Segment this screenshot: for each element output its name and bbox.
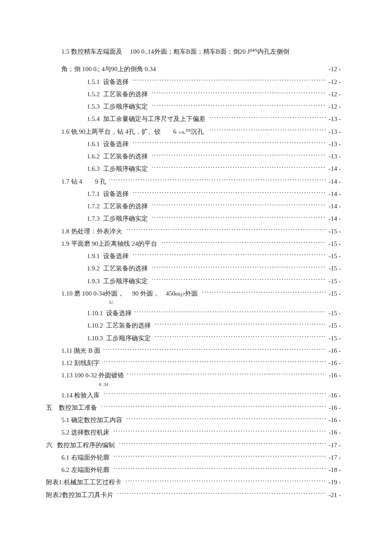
dot-leader [117,491,326,497]
dot-leader [101,403,326,410]
page-ref: -16 - [326,415,341,425]
toc-label: 1.7.3 工步顺序确实定 [87,214,152,224]
toc-entry: 1.7.3 工步顺序确实定 -14 - [46,214,341,224]
toc-entry: 1.9.1 设备选择 -15 - [46,251,341,261]
page-ref: -13 - [326,139,341,149]
toc-row: 1.6.2 工艺装备的选择 -13 - [46,152,341,161]
toc-row: 1.5.4 加工余量确定与工序尺寸及上下偏差 -13 - [46,114,341,124]
dot-leader [109,177,326,184]
dot-leader [152,102,326,109]
dot-leader [134,309,326,315]
toc-label: 5.1 确定数控加工内容 [61,415,126,425]
page-ref: -15 - [326,334,341,343]
page-ref: -16 - [326,403,341,413]
toc-row: 1.7.3 工步顺序确实定 -14 - [46,214,341,224]
toc-label: 1.6.1 设备选择 [87,139,133,149]
dot-leader [133,190,326,196]
page-ref: -16 - [326,346,341,356]
toc-label: 6.1 右端面外轮廓 [61,453,113,463]
toc-row: 1.7.1 设备选择 -14 - [46,189,341,199]
toc-row: 1.6.1 设备选择 -13 - [46,139,341,149]
page-ref: -14 - [326,189,341,199]
dot-leader [113,466,326,472]
page-ref: -15 - [326,227,341,236]
toc-entry: 1.7.2 工艺装备的选择 -14 - [46,201,341,211]
toc-row: 六 数控加工程序的编制 -17 - [46,440,341,450]
page-ref: -16 - [326,371,341,380]
page-ref: -12 - [326,102,341,112]
toc-row: 1.10 磨 100 0-34外圆， 90 外圆， 450₀₀₁₇外圆 -15 … [46,289,341,299]
page-ref: -16 - [326,391,341,400]
toc-row: 6.2 左端面外轮廓 -18 - [46,465,341,475]
toc-label: 1.12 刻线刻字 [61,358,104,368]
page-ref: -13 - [326,114,341,124]
toc-row: 6.1 右端面外轮廓 -17 - [46,453,341,463]
dot-leader [126,416,326,422]
toc-row: 1.5.2 工艺装备的选择 -12 - [46,89,341,99]
page-ref: -16 - [326,358,341,368]
dot-leader [127,371,326,377]
dot-leader [133,252,326,258]
toc-label: 1.5.4 加工余量确定与工序尺寸及上下偏差 [87,114,209,124]
toc-entry: 附表2数控加工刀具卡片 -21 - [46,490,341,500]
toc-entry: 1.6 铣 90上两平台，钻 4孔，扩、铰 6 ₊₀.⁰⁵沉孔 -13 - [46,127,341,137]
toc-row: 1.10.3 工步顺序确实定 -15 - [46,334,341,343]
toc-entry: 1.5.1 设备选择 -12 - [46,77,341,87]
toc-label: 5.2 选择数控机床 [61,428,113,437]
toc-row: 1.5.3 工步顺序确实定 -12 - [46,102,341,112]
page-container: 1.5 数控精车左端面及 100 0..14外圆；粗车B面；精车B面；倒20 J… [0,0,392,555]
toc-row: 1.6.3 工步顺序确实定 -14 - [46,164,341,174]
toc-row: 1.9.3 工步顺序确实定 -15 - [46,276,341,286]
toc-row: 1.5.1 设备选择 -12 - [46,77,341,87]
toc-entry: 1.14 检验入库 -16 - [46,391,341,400]
page-ref: -14 - [326,177,341,187]
toc-entry: 1.13 100 0-32 外圆镀铬-16 - 0 .34 [46,371,341,388]
toc-entry: 5.1 确定数控加工内容 -16 - [46,415,341,425]
toc-entry: 1.6.3 工步顺序确实定 -14 - [46,164,341,174]
toc-label: 1.9 平面磨 90上距离轴线 24的平台 [61,239,161,249]
toc-entry: 1.10.1 设备选择-15 - [46,308,341,318]
toc-row: 1.11 抛光 B 面-16 - [46,346,341,356]
toc-row: 五 数控加工准备 -16 - [46,403,341,413]
toc-label: 附表1:机械加工工艺过程卡 [46,477,125,487]
toc-entry: 1.10 磨 100 0-34外圆， 90 外圆， 450₀₀₁₇外圆 -15 … [46,289,341,306]
page-ref: -15 - [326,289,341,299]
page-ref: -12 - [326,89,341,99]
toc-entry: 1.8 热处理：外表淬火 -15 - [46,227,341,236]
toc-entry: 1.6.1 设备选择 -13 - [46,139,341,149]
dot-leader [155,321,326,328]
toc-label: 1.9.1 设备选择 [87,251,133,261]
toc-label: 6.2 左端面外轮廓 [61,465,113,475]
toc-label: 1.5.2 工艺装备的选择 [87,89,152,99]
dot-leader [104,359,326,365]
dot-leader [113,428,326,434]
dot-leader [152,152,326,158]
toc-label: 1.14 检验入库 [61,391,104,400]
toc-label: 1.11 抛光 B 面 [61,346,103,356]
dot-leader [126,227,326,233]
toc-entry: 1.12 刻线刻字 -16 - [46,358,341,368]
toc-row: 1.13 100 0-32 外圆镀铬-16 - [46,371,341,380]
dot-leader [152,164,326,171]
toc-entry: 6.1 右端面外轮廓 -17 - [46,453,341,463]
toc-entry: 1.9.2 工艺装备的选择 -15 - [46,264,341,273]
page-ref: -18 - [326,465,341,475]
page-ref: -15 - [326,321,341,331]
page-ref: -14 - [326,164,341,174]
dot-leader [133,140,326,146]
dot-leader [104,391,326,397]
toc-label: 1.10.1 设备选择 [87,308,134,318]
page-ref: -17 - [326,453,341,463]
toc-row: 5.1 确定数控加工内容 -16 - [46,415,341,425]
page-ref: -16 - [326,428,341,437]
toc-row: 5.2 选择数控机床 -16 - [46,428,341,437]
toc-sublabel: .U. [46,299,341,306]
toc-label: 1.9.3 工步顺序确实定 [87,276,152,286]
toc-row: 1.7 钻 4 9 孔-14 - [46,177,341,187]
dot-leader [125,478,326,484]
page-ref: -12 - [326,77,341,87]
toc-label: 1.8 热处理：外表淬火 [61,227,126,236]
dot-leader [161,239,326,246]
toc-label: 1.7 钻 4 9 孔 [61,177,109,187]
toc-entry: 附表1:机械加工工艺过程卡 -19 - [46,477,341,487]
